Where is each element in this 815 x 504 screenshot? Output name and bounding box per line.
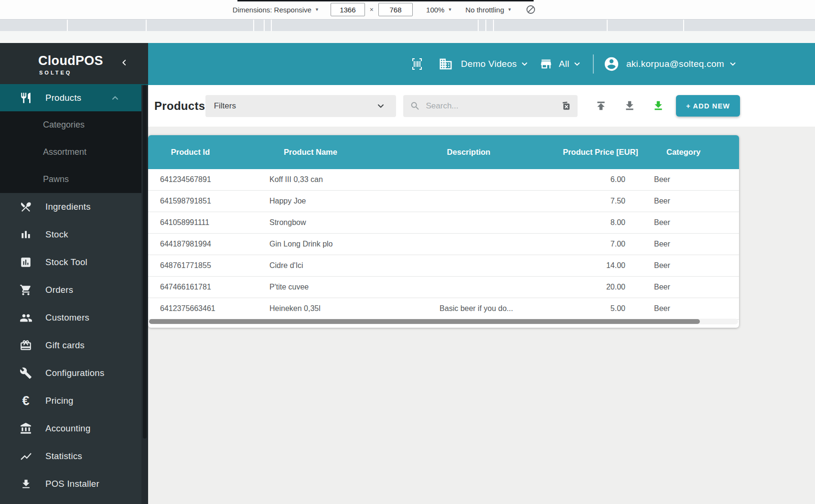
- shopping-cart-icon: [19, 284, 32, 296]
- sidebar-item-pos-installer[interactable]: POS Installer: [0, 470, 148, 498]
- table-row[interactable]: 641058991111 Strongbow 8.00 Beer: [148, 212, 739, 234]
- sidebar-item-stock-tool[interactable]: Stock Tool: [0, 248, 148, 276]
- sidebar-item-stock[interactable]: Stock: [0, 221, 148, 248]
- export-template-button[interactable]: [652, 100, 665, 112]
- filters-dropdown[interactable]: Filters: [205, 95, 396, 117]
- user-avatar-icon: [603, 56, 620, 72]
- sidebar-item-pawns[interactable]: Pawns: [0, 166, 148, 193]
- throttling-dropdown[interactable]: No throttling ▼: [465, 6, 512, 14]
- download-green-icon: [652, 99, 665, 112]
- add-new-button[interactable]: + ADD NEW: [676, 95, 740, 117]
- column-header-product-name: Product Name: [257, 148, 405, 157]
- sidebar-item-customers[interactable]: Customers: [0, 304, 148, 332]
- rotate-viewport-button[interactable]: [525, 4, 536, 15]
- cell-price: 8.00: [548, 218, 653, 227]
- devtools-toolbar: Dimensions: Responsive ▼ × 100% ▼ No thr…: [0, 0, 815, 20]
- cell-description: Basic beer if you do...: [405, 304, 548, 313]
- cell-category: Beer: [653, 283, 739, 291]
- clear-trash-icon: [561, 100, 572, 111]
- devtools-top-border: [237, 0, 534, 1]
- search-input[interactable]: [425, 101, 561, 111]
- app-logo-subtitle: SOLTEQ: [39, 70, 72, 75]
- table-row[interactable]: 641598791851 Happy Joe 7.50 Beer: [148, 191, 739, 212]
- zoom-dropdown[interactable]: 100% ▼: [426, 6, 452, 14]
- import-button[interactable]: [595, 100, 607, 112]
- viewport-height-input[interactable]: [378, 3, 413, 16]
- sidebar-item-ingredients[interactable]: Ingredients: [0, 193, 148, 221]
- sidebar-item-label: POS Installer: [45, 479, 99, 489]
- store-filter-value: All: [559, 59, 569, 69]
- app-header: Demo Videos All aki.korpua@solteq.com: [148, 43, 815, 85]
- table-horizontal-scrollbar-thumb[interactable]: [149, 319, 700, 324]
- export-button[interactable]: [623, 100, 636, 112]
- sidebar-collapse-button[interactable]: [119, 56, 129, 69]
- cell-product-name: Happy Joe: [257, 197, 405, 205]
- sidebar-item-configurations[interactable]: Configurations: [0, 359, 148, 387]
- cell-price: 5.00: [548, 304, 653, 313]
- barcode-icon: [409, 57, 425, 71]
- user-menu[interactable]: aki.korpua@solteq.com: [603, 56, 737, 72]
- cell-price: 14.00: [548, 261, 653, 270]
- cell-product-id: 644187981994: [148, 240, 257, 248]
- sidebar-item-accounting[interactable]: Accounting: [0, 415, 148, 442]
- sidebar-item-label: Stock: [45, 229, 68, 240]
- viewport-width-input[interactable]: [331, 3, 365, 16]
- barcode-scan-button[interactable]: [409, 57, 425, 71]
- caret-down-icon: ▼: [315, 7, 319, 12]
- sidebar-item-label: Orders: [45, 285, 73, 295]
- table-row[interactable]: 644187981994 Gin Long Drink plo 7.00 Bee…: [148, 234, 739, 255]
- cell-product-name: P'tite cuvee: [257, 283, 405, 291]
- sidebar-item-label: Gift cards: [45, 340, 85, 351]
- sidebar-item-gift-cards[interactable]: Gift cards: [0, 332, 148, 359]
- sidebar-scrollbar-track[interactable]: [141, 85, 148, 504]
- caret-down-icon: ▼: [507, 7, 512, 12]
- cell-product-id: 641234567891: [148, 175, 257, 184]
- filters-label: Filters: [214, 101, 236, 111]
- products-toolbar: Products Filters: [148, 85, 815, 127]
- cell-price: 7.50: [548, 197, 653, 205]
- table-row[interactable]: 647466161781 P'tite cuvee 20.00 Beer: [148, 277, 739, 298]
- media-query-bar: [0, 20, 815, 31]
- cell-product-name: Cidre d'Ici: [257, 261, 405, 270]
- dimensions-dropdown[interactable]: Dimensions: Responsive ▼: [233, 6, 319, 14]
- media-query-separator: [485, 20, 486, 31]
- cell-product-name: Heineken 0,35l: [257, 304, 405, 313]
- store-selector[interactable]: All: [539, 57, 581, 71]
- upload-icon: [595, 99, 607, 112]
- table-horizontal-scrollbar-track[interactable]: [149, 319, 738, 324]
- column-header-product-id: Product Id: [148, 148, 257, 157]
- sidebar-item-orders[interactable]: Orders: [0, 276, 148, 304]
- building-icon: [439, 57, 453, 71]
- throttling-label: No throttling: [465, 6, 504, 14]
- media-query-separator: [146, 20, 147, 31]
- media-query-separator: [683, 20, 684, 31]
- company-selector[interactable]: Demo Videos: [439, 57, 529, 71]
- dimensions-label: Dimensions: Responsive: [233, 6, 311, 14]
- rotate-icon: [525, 4, 536, 15]
- cutlery-icon: [19, 92, 32, 104]
- times-symbol: ×: [370, 6, 374, 13]
- table-row[interactable]: 641234567891 Koff III 0,33 can 6.00 Beer: [148, 169, 739, 191]
- sidebar-item-label: Assortment: [43, 147, 86, 157]
- chevron-left-icon: [120, 57, 129, 68]
- sidebar-logo-block: CloudPOS SOLTEQ: [0, 43, 148, 84]
- search-icon: [410, 101, 420, 111]
- bank-icon: [19, 422, 32, 435]
- cell-product-name: Gin Long Drink plo: [257, 240, 405, 248]
- sidebar-scrollbar-thumb[interactable]: [143, 85, 147, 439]
- products-table-card: Product Id Product Name Description Prod…: [148, 135, 739, 328]
- sidebar-item-label: Pricing: [45, 396, 74, 406]
- sidebar-item-products[interactable]: Products: [0, 84, 148, 111]
- sidebar-item-categories[interactable]: Categories: [0, 111, 148, 139]
- table-row[interactable]: 6412375663461 Heineken 0,35l Basic beer …: [148, 298, 739, 320]
- cell-product-id: 641598791851: [148, 197, 257, 205]
- clear-search-button[interactable]: [561, 100, 572, 111]
- sidebar-item-pricing[interactable]: € Pricing: [0, 387, 148, 415]
- restaurant-menu-icon: [19, 201, 32, 213]
- table-row[interactable]: 648761771855 Cidre d'Ici 14.00 Beer: [148, 255, 739, 277]
- sidebar: CloudPOS SOLTEQ Products Categories Asso…: [0, 43, 148, 504]
- cell-product-id: 648761771855: [148, 261, 257, 270]
- euro-icon: €: [19, 395, 32, 407]
- sidebar-item-assortment[interactable]: Assortment: [0, 139, 148, 166]
- sidebar-item-statistics[interactable]: Statistics: [0, 442, 148, 470]
